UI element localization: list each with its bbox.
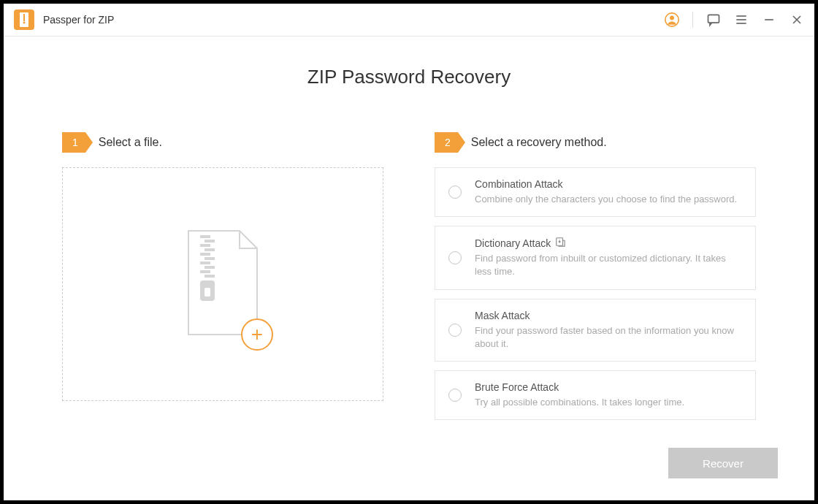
recover-button[interactable]: Recover — [668, 448, 778, 478]
method-title: Brute Force Attack — [475, 381, 559, 393]
svg-rect-21 — [204, 275, 215, 278]
method-combination[interactable]: Combination Attack Combine only the char… — [435, 167, 756, 217]
content: ZIP Password Recovery 1 Select a file. — [4, 37, 814, 420]
radio-icon — [448, 186, 462, 199]
step1-label: Select a file. — [99, 136, 162, 149]
method-mask[interactable]: Mask Attack Find your password faster ba… — [435, 299, 756, 362]
minimize-icon[interactable] — [762, 12, 776, 27]
feedback-icon[interactable] — [706, 12, 721, 27]
titlebar-divider — [692, 12, 693, 28]
page-title: ZIP Password Recovery — [4, 66, 814, 88]
svg-rect-5 — [708, 15, 719, 23]
svg-rect-19 — [204, 266, 215, 269]
titlebar: Passper for ZIP — [4, 4, 814, 37]
close-icon[interactable] — [790, 12, 804, 27]
svg-rect-14 — [200, 244, 210, 247]
svg-rect-13 — [204, 240, 215, 243]
svg-point-4 — [670, 16, 674, 20]
step1-header: 1 Select a file. — [62, 132, 383, 153]
svg-rect-16 — [200, 253, 210, 256]
method-list: Combination Attack Combine only the char… — [435, 167, 756, 420]
method-desc: Try all possible combinations. It takes … — [475, 396, 742, 409]
method-desc: Find password from inbuilt or customized… — [475, 252, 742, 278]
user-icon[interactable] — [665, 12, 679, 27]
method-title: Mask Attack — [475, 310, 530, 321]
method-desc: Combine only the characters you choose t… — [475, 193, 742, 206]
method-bruteforce[interactable]: Brute Force Attack Try all possible comb… — [435, 370, 756, 420]
svg-rect-20 — [200, 270, 210, 273]
svg-rect-18 — [200, 261, 210, 264]
step1-number: 1 — [62, 132, 85, 153]
app-icon — [14, 9, 34, 30]
radio-icon — [448, 324, 462, 337]
step2-label: Select a recovery method. — [471, 136, 607, 149]
method-title: Combination Attack — [475, 178, 563, 190]
svg-rect-23 — [204, 288, 210, 297]
zip-file-icon: + — [183, 228, 263, 340]
step1-column: 1 Select a file. — [62, 132, 383, 420]
svg-rect-12 — [200, 235, 210, 238]
svg-rect-1 — [23, 14, 25, 21]
menu-icon[interactable] — [734, 12, 749, 27]
app-title: Passper for ZIP — [43, 14, 114, 26]
svg-rect-17 — [204, 257, 215, 260]
svg-rect-15 — [204, 248, 215, 251]
step2-number: 2 — [435, 132, 458, 153]
radio-icon — [448, 389, 462, 402]
columns: 1 Select a file. — [4, 132, 814, 420]
step2-header: 2 Select a recovery method. — [435, 132, 756, 153]
method-dictionary[interactable]: Dictionary Attack Find password from inb… — [435, 226, 756, 289]
app-window: Passper for ZIP ZIP Password Recovery — [4, 4, 814, 500]
step2-column: 2 Select a recovery method. Combination … — [435, 132, 756, 420]
method-title: Dictionary Attack — [475, 237, 551, 249]
titlebar-actions — [665, 12, 804, 28]
method-desc: Find your password faster based on the i… — [475, 324, 742, 351]
svg-point-2 — [23, 22, 26, 24]
file-dropzone[interactable]: + — [62, 167, 383, 401]
import-dictionary-icon[interactable] — [555, 237, 565, 249]
radio-icon — [448, 251, 462, 264]
plus-icon: + — [241, 318, 273, 351]
